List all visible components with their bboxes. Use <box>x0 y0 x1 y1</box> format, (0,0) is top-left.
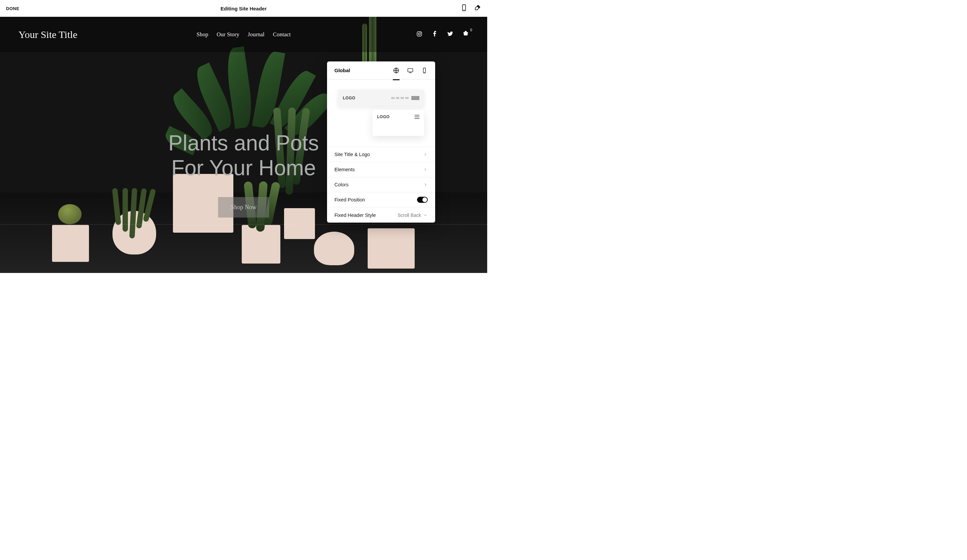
nav-link-shop[interactable]: Shop <box>196 31 208 38</box>
hero-line-2: For Your Home <box>171 156 315 180</box>
device-global-icon[interactable] <box>393 67 399 79</box>
chevron-down-icon <box>423 213 428 217</box>
nav-link-contact[interactable]: Contact <box>273 31 291 38</box>
chevron-right-icon <box>423 152 428 157</box>
row-site-title-logo[interactable]: Site Title & Logo <box>327 147 435 162</box>
layout-option-mobile[interactable]: LOGO <box>372 110 424 136</box>
chevron-right-icon <box>423 182 428 187</box>
row-label: Elements <box>335 167 355 172</box>
site-header[interactable]: Your Site Title Shop Our Story Journal C… <box>0 17 487 52</box>
fixed-header-style-value: Scroll Back <box>398 212 421 218</box>
instagram-icon[interactable] <box>416 31 422 38</box>
site-title[interactable]: Your Site Title <box>18 29 77 40</box>
nav-link-our-story[interactable]: Our Story <box>216 31 239 38</box>
device-mobile-icon[interactable] <box>421 67 428 74</box>
row-fixed-header-style[interactable]: Fixed Header Style Scroll Back <box>327 208 435 222</box>
nav-link-journal[interactable]: Journal <box>248 31 265 38</box>
svg-point-4 <box>421 32 421 33</box>
row-elements[interactable]: Elements <box>327 162 435 177</box>
hero-line-1: Plants and Pots <box>168 131 318 155</box>
row-label: Colors <box>335 182 348 187</box>
twitter-icon[interactable] <box>447 31 453 38</box>
cart-icon[interactable]: 0 <box>463 31 469 38</box>
layout-option-desktop[interactable]: LOGO <box>338 90 424 106</box>
fixed-position-toggle[interactable] <box>417 197 428 203</box>
paintbrush-icon[interactable] <box>474 4 481 13</box>
svg-point-3 <box>418 33 421 35</box>
done-button[interactable]: DONE <box>6 6 20 11</box>
row-label: Fixed Position <box>335 197 365 203</box>
panel-tab-global[interactable]: Global <box>335 68 350 73</box>
row-fixed-position[interactable]: Fixed Position <box>327 193 435 208</box>
editor-topbar: DONE Editing Site Header <box>0 0 487 17</box>
layout-logo-label-mobile: LOGO <box>377 114 389 119</box>
row-label: Fixed Header Style <box>335 212 376 218</box>
editor-context-title: Editing Site Header <box>221 6 267 12</box>
shop-now-button[interactable]: Shop Now <box>218 197 269 217</box>
layout-logo-label: LOGO <box>343 96 355 100</box>
hamburger-icon <box>415 115 419 119</box>
layout-nav-preview <box>391 96 419 100</box>
mobile-preview-icon[interactable] <box>460 4 468 13</box>
device-desktop-icon[interactable] <box>407 67 414 74</box>
header-layout-preview[interactable]: LOGO LOGO <box>338 90 424 147</box>
primary-nav: Shop Our Story Journal Contact <box>196 31 290 38</box>
row-label: Site Title & Logo <box>335 152 370 157</box>
chevron-right-icon <box>423 167 428 172</box>
cart-count-badge: 0 <box>470 28 472 32</box>
header-settings-panel: Global LOGO LOGO <box>327 61 435 222</box>
facebook-icon[interactable] <box>432 31 438 38</box>
svg-rect-6 <box>408 69 413 72</box>
row-colors[interactable]: Colors <box>327 177 435 193</box>
